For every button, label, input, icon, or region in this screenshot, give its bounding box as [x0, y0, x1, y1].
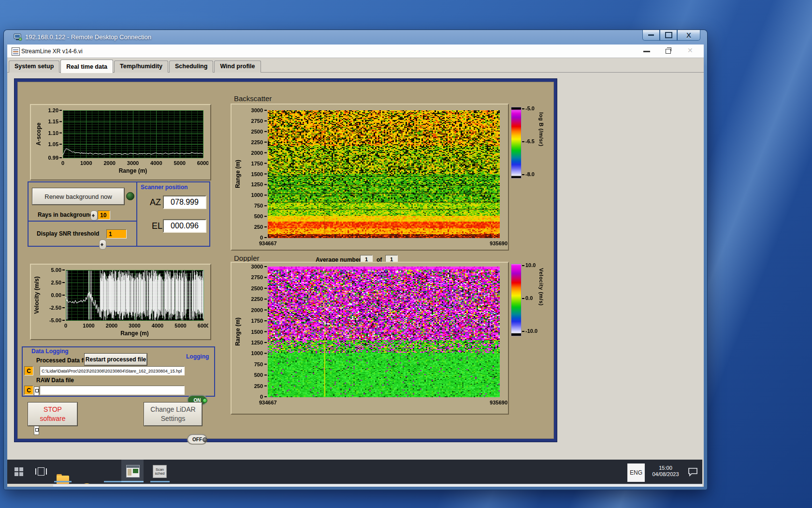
doppler-heatmap[interactable]	[232, 263, 511, 412]
rays-in-background-label: Rays in background	[38, 211, 93, 218]
snr-spinner[interactable]	[99, 239, 106, 250]
rdp-titlebar[interactable]: 192.168.0.122 - Remote Desktop Connectio…	[4, 30, 707, 45]
tab-temp-humidity[interactable]: Temp/humidity	[114, 60, 168, 73]
snr-threshold-label: Display SNR threshold	[37, 230, 99, 237]
velocity-plot[interactable]	[31, 265, 208, 337]
vi-titlebar[interactable]: StreamLine XR v14-6.vi ✕	[7, 45, 704, 58]
az-label: AZ	[150, 197, 161, 208]
restart-processed-file-button[interactable]: Restart processed file	[85, 354, 147, 365]
el-label: EL	[152, 221, 162, 231]
rdp-window-title: 192.168.0.122 - Remote Desktop Connectio…	[25, 33, 151, 41]
stop-software-button[interactable]: STOPsoftware	[28, 403, 77, 426]
desktop: 192.168.0.122 - Remote Desktop Connectio…	[0, 0, 812, 508]
raw-path-field[interactable]	[40, 386, 185, 395]
processed-browse-icon[interactable]	[34, 387, 39, 396]
raw-logging-toggle[interactable]: OFF	[187, 434, 207, 445]
notification-center-icon[interactable]	[688, 467, 698, 477]
raw-drive-button[interactable]: C	[24, 386, 33, 395]
doppler-cbar-max: 10.0	[525, 262, 536, 268]
rdp-computer-icon	[14, 33, 22, 41]
data-logging-title: Data Logging	[31, 348, 69, 355]
backscatter-cbar-min: -8.0	[525, 171, 535, 177]
doppler-cbar-mid: 0.0	[525, 295, 533, 301]
remote-taskbar: Scansched ENG 15:00 04/08/2023	[7, 460, 702, 484]
taskbar-time: 15:00	[659, 465, 672, 471]
tab-scheduling[interactable]: Scheduling	[169, 60, 213, 73]
renew-background-button[interactable]: Renew background now	[32, 188, 124, 205]
raw-data-file-label: RAW Data file	[36, 377, 74, 384]
taskbar-clock[interactable]: 15:00 04/08/2023	[649, 465, 682, 478]
snr-value-field[interactable]: 1	[106, 229, 127, 239]
backscatter-cbar-mid: -6.5	[525, 138, 535, 144]
rdp-client-area: StreamLine XR v14-6.vi ✕ System setup Re…	[7, 45, 704, 487]
minimize-icon	[648, 34, 654, 36]
az-value-field[interactable]: 078.999	[163, 195, 206, 209]
language-indicator[interactable]: ENG	[627, 463, 645, 482]
taskbar-date: 04/08/2023	[652, 471, 679, 477]
close-button[interactable]: X	[677, 30, 700, 41]
tab-wind-profile[interactable]: Wind profile	[214, 60, 261, 73]
scanner-position-title: Scanner position	[141, 184, 188, 191]
active-app-button[interactable]	[121, 460, 144, 482]
vi-restore-button[interactable]	[666, 49, 671, 54]
vi-minimize-button[interactable]	[643, 51, 650, 52]
backscatter-heatmap[interactable]	[232, 105, 511, 248]
doppler-cbar-min: -10.0	[525, 328, 537, 334]
raw-browse-icon[interactable]	[34, 426, 39, 435]
maximize-icon	[665, 32, 672, 38]
change-lidar-settings-button[interactable]: Change LiDARSettings	[144, 403, 202, 426]
close-icon: X	[686, 31, 691, 39]
backscatter-cbar-max: -5.0	[525, 105, 535, 111]
doppler-colorbar	[511, 264, 522, 336]
logging-label: Logging	[186, 353, 209, 360]
scanner-position-groupbox	[136, 181, 210, 247]
scan-scheduler-icon[interactable]: Scansched	[153, 465, 167, 478]
rdp-window: 192.168.0.122 - Remote Desktop Connectio…	[4, 30, 707, 490]
backscatter-title: Backscatter	[234, 94, 272, 103]
file-explorer-icon[interactable]	[57, 474, 69, 484]
ascope-plot[interactable]	[31, 105, 208, 178]
streamline-app-icon	[126, 465, 140, 478]
processed-path-field[interactable]: C:\Lidar\Data\Proc\2023\202308\20230804\…	[40, 366, 185, 375]
minimize-button[interactable]	[642, 30, 660, 41]
rdp-horizontal-scrollbar[interactable]	[53, 484, 702, 487]
processed-drive-button[interactable]: C	[24, 366, 33, 375]
tab-real-time-data[interactable]: Real time data	[60, 60, 113, 73]
vi-close-button[interactable]: ✕	[687, 46, 693, 54]
backscatter-colorbar	[511, 107, 522, 179]
rays-spinner[interactable]	[90, 210, 98, 221]
processed-data-file-label: Processed Data file	[36, 357, 90, 364]
vi-window-title: StreamLine XR v14-6.vi	[21, 48, 83, 55]
doppler-title: Doppler	[234, 254, 260, 262]
doppler-cbar-label: Velocity (m/s)	[538, 268, 544, 336]
maximize-button[interactable]	[660, 30, 677, 41]
start-button[interactable]	[14, 467, 23, 476]
tab-system-setup[interactable]: System setup	[9, 60, 59, 73]
task-view-icon[interactable]	[35, 467, 47, 476]
rays-value-field[interactable]: 10	[98, 210, 110, 220]
vi-app-icon	[12, 47, 20, 56]
background-status-led	[126, 192, 134, 200]
backscatter-cbar-label: log B (/m/sr)	[538, 112, 544, 175]
tab-bar: System setup Real time data Temp/humidit…	[7, 58, 704, 73]
el-value-field[interactable]: 000.096	[163, 219, 206, 233]
